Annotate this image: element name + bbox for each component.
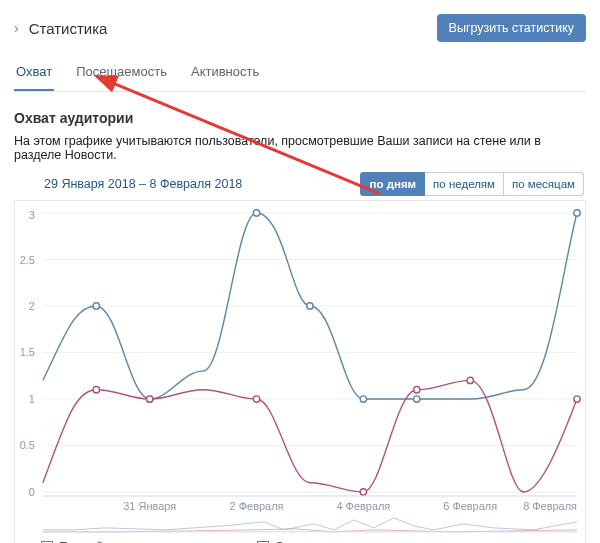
svg-point-10: [307, 303, 313, 309]
period-months-button[interactable]: по месяцам: [504, 172, 584, 196]
breadcrumb-sep: ›: [14, 20, 19, 36]
date-range: 29 Января 2018 – 8 Февраля 2018: [44, 177, 242, 191]
breadcrumb: › Статистика: [14, 20, 107, 37]
tabs: Охват Посещаемость Активность: [14, 52, 586, 92]
svg-point-15: [147, 396, 153, 402]
svg-point-14: [93, 387, 99, 393]
period-switch: по дням по неделям по месяцам: [360, 172, 584, 196]
sparkline-band: [43, 518, 577, 532]
svg-point-12: [414, 396, 420, 402]
svg-point-18: [414, 387, 420, 393]
svg-point-16: [253, 396, 259, 402]
tab-activity[interactable]: Активность: [189, 56, 261, 91]
svg-point-13: [574, 210, 580, 216]
reach-chart: 0 0.5 1 1.5 2 2.5 3: [15, 205, 585, 534]
ytick-05: 0.5: [20, 439, 35, 451]
svg-point-7: [93, 303, 99, 309]
xtick-1: 2 Февраля: [230, 500, 284, 512]
svg-point-17: [360, 489, 366, 495]
export-button[interactable]: Выгрузить статистику: [437, 14, 586, 42]
xtick-3: 6 Февраля: [443, 500, 497, 512]
svg-point-9: [253, 210, 259, 216]
ytick-2: 2: [29, 300, 35, 312]
section-title: Охват аудитории: [14, 110, 586, 126]
ytick-15: 1.5: [20, 346, 35, 358]
section-desc: На этом графике учитываются пользователи…: [14, 134, 586, 162]
xtick-2: 4 Февраля: [336, 500, 390, 512]
period-days-button[interactable]: по дням: [360, 172, 425, 196]
svg-point-11: [360, 396, 366, 402]
chart-container: 0 0.5 1 1.5 2 2.5 3: [14, 200, 586, 543]
period-weeks-button[interactable]: по неделям: [425, 172, 504, 196]
tab-reach[interactable]: Охват: [14, 56, 54, 91]
series-subs-reach-points: [93, 377, 580, 495]
tab-visits[interactable]: Посещаемость: [74, 56, 169, 91]
ytick-25: 2.5: [20, 254, 35, 266]
series-subs-reach: [43, 380, 577, 492]
ytick-1: 1: [29, 393, 35, 405]
ytick-3: 3: [29, 209, 35, 221]
ytick-0: 0: [29, 486, 35, 498]
svg-point-20: [574, 396, 580, 402]
svg-point-19: [467, 377, 473, 383]
xtick-4: 8 Февраля: [523, 500, 577, 512]
xtick-0: 31 Января: [123, 500, 176, 512]
breadcrumb-current: Статистика: [29, 20, 108, 37]
